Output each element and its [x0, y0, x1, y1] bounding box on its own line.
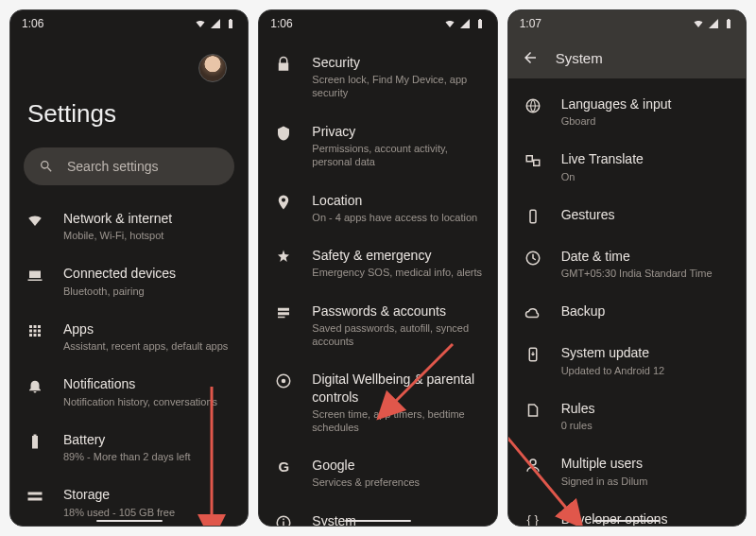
nav-handle[interactable] [96, 520, 163, 523]
item-security[interactable]: SecurityScreen lock, Find My Device, app… [259, 43, 496, 112]
system-list[interactable]: Languages & inputGboard Live TranslateOn… [508, 78, 746, 526]
devices-icon [26, 267, 43, 284]
wifi-icon [195, 18, 206, 29]
status-bar: 1:07 [508, 10, 746, 37]
signal-icon [210, 18, 221, 29]
item-connected-devices[interactable]: Connected devicesBluetooth, pairing [10, 253, 248, 308]
item-privacy[interactable]: PrivacyPermissions, account activity, pe… [259, 112, 496, 181]
settings-list[interactable]: Network & internetMobile, Wi-Fi, hotspot… [10, 199, 248, 526]
svg-point-13 [530, 459, 536, 465]
settings-list[interactable]: SecurityScreen lock, Find My Device, app… [259, 37, 496, 526]
storage-icon [26, 488, 43, 505]
globe-icon [524, 97, 541, 114]
item-storage[interactable]: Storage18% used - 105 GB free [10, 475, 248, 526]
phone-settings-continued: 1:06 SecurityScreen lock, Find My Device… [258, 9, 497, 527]
profile-avatar[interactable] [198, 54, 227, 82]
item-notifications[interactable]: NotificationsNotification history, conve… [10, 364, 248, 419]
signal-icon [708, 18, 719, 29]
item-wellbeing[interactable]: Digital Wellbeing & parental controlsScr… [259, 359, 496, 445]
item-gestures[interactable]: Gestures [508, 195, 746, 236]
phone-system-menu: 1:07 System Languages & inputGboard Live… [507, 9, 747, 527]
wifi-icon [693, 18, 704, 29]
update-icon [524, 346, 541, 363]
status-bar: 1:06 [259, 10, 496, 37]
status-icons [195, 18, 236, 29]
nav-handle[interactable] [345, 520, 411, 523]
wifi-icon [26, 212, 43, 229]
avatar-row [10, 37, 248, 82]
status-bar: 1:06 [10, 10, 248, 37]
search-input[interactable]: Search settings [24, 147, 234, 185]
item-backup[interactable]: Backup [508, 291, 746, 333]
status-icons [444, 18, 486, 29]
battery-icon [225, 18, 236, 29]
status-icons [693, 18, 734, 29]
item-battery[interactable]: Battery89% - More than 2 days left [10, 420, 248, 475]
rules-icon [524, 402, 541, 419]
apps-icon [26, 322, 43, 339]
item-safety[interactable]: Safety & emergencyEmergency SOS, medical… [259, 235, 496, 290]
wellbeing-icon [275, 372, 292, 389]
item-location[interactable]: LocationOn - 4 apps have access to locat… [259, 181, 496, 235]
info-icon [275, 514, 292, 526]
battery-icon [723, 18, 734, 29]
location-icon [275, 194, 292, 211]
item-apps[interactable]: AppsAssistant, recent apps, default apps [10, 309, 248, 364]
content-area: SecurityScreen lock, Find My Device, app… [259, 37, 496, 526]
phone-settings-main: 1:06 Settings Search settings Network & … [9, 9, 249, 527]
clock-icon [524, 250, 541, 267]
item-languages[interactable]: Languages & inputGboard [508, 84, 746, 139]
item-passwords[interactable]: Passwords & accountsSaved passwords, aut… [259, 291, 496, 360]
header-title: System [556, 50, 603, 66]
svg-rect-10 [530, 210, 536, 223]
back-icon[interactable] [522, 49, 539, 66]
item-rules[interactable]: Rules0 rules [508, 389, 746, 443]
content-area: Settings Search settings Network & inter… [10, 37, 248, 526]
item-system-update[interactable]: System updateUpdated to Android 12 [508, 333, 746, 388]
search-placeholder: Search settings [67, 159, 159, 174]
item-google[interactable]: G GoogleServices & preferences [259, 445, 496, 500]
lock-icon [275, 56, 292, 73]
page-title: Settings [10, 82, 248, 144]
status-time: 1:06 [22, 17, 43, 30]
key-icon [275, 304, 292, 321]
gesture-icon [524, 208, 541, 225]
status-time: 1:06 [270, 17, 292, 30]
item-date-time[interactable]: Date & timeGMT+05:30 India Standard Time [508, 236, 746, 291]
header-bar: System [508, 37, 746, 78]
braces-icon: { } [527, 512, 539, 526]
translate-icon [524, 152, 541, 169]
signal-icon [459, 18, 471, 29]
emergency-icon [275, 249, 292, 266]
bell-icon [26, 377, 43, 394]
wifi-icon [444, 18, 455, 29]
google-icon: G [278, 458, 289, 475]
nav-handle[interactable] [593, 520, 660, 523]
user-icon [524, 457, 541, 474]
item-multiple-users[interactable]: Multiple usersSigned in as Dilum [508, 443, 746, 498]
item-system[interactable]: SystemLanguages, gestures, time, backup [259, 501, 496, 526]
cloud-icon [524, 304, 541, 321]
battery-icon [26, 433, 43, 450]
item-network[interactable]: Network & internetMobile, Wi-Fi, hotspot [10, 199, 248, 253]
battery-icon [474, 18, 486, 29]
svg-point-3 [282, 379, 286, 384]
content-area: Languages & inputGboard Live TranslateOn… [508, 78, 746, 526]
search-icon [39, 159, 54, 174]
item-live-translate[interactable]: Live TranslateOn [508, 139, 746, 194]
privacy-icon [275, 125, 292, 142]
status-time: 1:07 [520, 17, 541, 30]
